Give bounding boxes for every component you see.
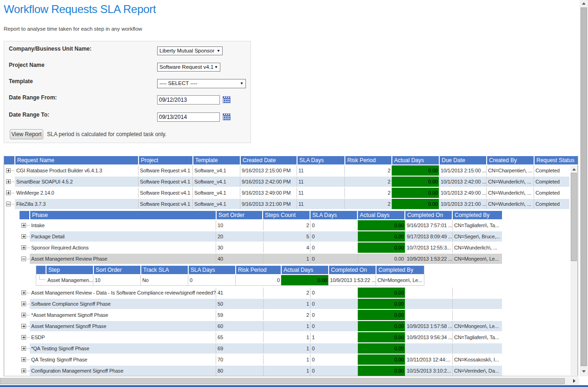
cell-phase: Configuration Management Signoff Phase	[30, 366, 216, 376]
cell-sort-order: 69	[216, 343, 263, 354]
cell-completed-by: CN=Mongeon\, Le...	[376, 275, 424, 285]
cell-completed-on: 9/17/2013 8:09:49 ...	[405, 231, 452, 242]
cell-actual-days: 0.00	[357, 310, 405, 320]
expand-icon[interactable]	[6, 190, 11, 195]
phase-row: *QA Testing Signoff Phase69100.00	[20, 343, 502, 354]
cell-completed-on	[405, 343, 452, 354]
expand-icon[interactable]	[21, 357, 26, 362]
company-dropdown[interactable]: Liberty Mutual Sponsor ▼	[157, 46, 223, 55]
scroll-up-icon[interactable]	[582, 2, 586, 5]
request-row: SmartBear SOAPUI 4.5.2Software Request v…	[4, 177, 569, 187]
expand-icon[interactable]	[21, 335, 26, 340]
scroll-right-icon[interactable]	[573, 379, 575, 383]
expand-icon[interactable]	[21, 290, 26, 295]
expand-icon[interactable]	[21, 302, 26, 306]
toggle-cell	[4, 188, 15, 198]
cell-template: Software_v4.1	[192, 199, 240, 209]
cell-steps-count: 1	[263, 254, 310, 264]
toggle-cell	[20, 220, 30, 230]
cell-phase: Intake	[30, 220, 216, 230]
calendar-icon[interactable]	[223, 113, 231, 120]
cell-sla-days: 0	[310, 220, 357, 230]
cell-sort-order: 20	[216, 231, 263, 242]
expand-icon[interactable]	[21, 223, 26, 228]
cell-request-name: FileZilla 3.7.3	[15, 199, 138, 209]
cell-sla-days: 0	[188, 275, 235, 285]
date-to-value: 09/13/2014	[159, 113, 187, 121]
date-from-value: 09/12/2013	[159, 96, 187, 104]
calendar-icon[interactable]	[223, 96, 231, 103]
cell-completed-by: CN=Seger\, Bruce,...	[452, 231, 502, 242]
cell-actual-days: 0.00	[357, 332, 405, 342]
page-vertical-scrollbar[interactable]	[580, 0, 588, 376]
cell-sort-order: 60	[216, 321, 263, 331]
collapse-icon[interactable]	[21, 256, 26, 261]
cell-steps-count: 1	[263, 354, 310, 365]
cell-created-date: 9/16/2013 2:49:00 PM	[240, 188, 297, 198]
expand-icon[interactable]	[21, 234, 26, 239]
column-header-actual-days: Actual Days	[282, 266, 328, 274]
cell-sort-order: 59	[216, 310, 263, 320]
date-from-input[interactable]: 09/12/2013	[157, 95, 220, 105]
cell-phase: Sponsor Required Actions	[30, 243, 216, 253]
expand-icon[interactable]	[6, 179, 11, 184]
expand-icon[interactable]	[21, 346, 26, 351]
view-report-button[interactable]: View Report	[10, 129, 43, 139]
cell-phase: Software Compliance Signoff Phase	[30, 299, 216, 309]
cell-phase: *QA Testing Signoff Phase	[30, 343, 216, 354]
cell-actual-days: 0.00	[357, 366, 405, 376]
cell-steps-count: 1	[263, 321, 310, 331]
horizontal-scrollbar[interactable]	[0, 377, 579, 385]
template-dropdown[interactable]: ---- SELECT ---- ▼	[157, 79, 246, 88]
cell-sla-days: 0	[310, 310, 357, 320]
toggle-cell	[20, 366, 30, 376]
toggle-cell	[20, 343, 30, 354]
cell-sla-days: 11	[297, 177, 344, 187]
collapse-icon[interactable]	[6, 202, 11, 206]
expand-icon[interactable]	[6, 168, 11, 173]
cell-steps-count: 2	[263, 288, 310, 298]
cell-created-by: CN=Wunderlich\, ...	[486, 188, 534, 198]
table-vertical-scrollbar-thumb[interactable]	[571, 173, 577, 261]
table-vertical-scrollbar[interactable]	[570, 165, 578, 375]
expand-icon[interactable]	[21, 313, 26, 317]
cell-completed-by: CN=Mongeon\, Le...	[452, 254, 502, 264]
scroll-up-icon[interactable]	[572, 168, 576, 171]
cell-risk-period: 2	[344, 199, 391, 209]
cell-completed-by: CN=Verrinder\, Da...	[452, 366, 502, 376]
column-header-created-date: Created Date	[241, 156, 297, 164]
expand-icon[interactable]	[21, 368, 26, 373]
column-header-template: Template	[193, 156, 240, 164]
cell-completed-on: 9/16/2013 7:57:01 ...	[405, 220, 452, 230]
toggle-cell	[20, 231, 30, 242]
cell-actual-days: 0.00	[391, 165, 439, 176]
column-header-completed-on: Completed On	[405, 211, 452, 219]
phase-row: Software Compliance Signoff Phase50100.0…	[20, 299, 502, 309]
cell-sla-days: 0	[310, 343, 357, 354]
scroll-down-icon[interactable]	[582, 370, 586, 373]
date-to-input[interactable]: 09/13/2014	[157, 112, 220, 122]
cell-sla-days: 0	[310, 366, 357, 376]
expand-icon[interactable]	[21, 245, 26, 250]
column-header-sla-days: SLA Days	[297, 156, 344, 164]
sla-note: SLA period is calculated for completed t…	[47, 131, 166, 138]
cell-completed-on: 10/9/2013 1:57:58 ...	[405, 321, 452, 331]
request-row: FileZilla 3.7.3Software Request v4.1Soft…	[4, 199, 569, 209]
horizontal-scrollbar-thumb[interactable]	[0, 378, 565, 384]
project-dropdown[interactable]: Software Request v4.1 ▼	[157, 63, 220, 72]
request-row: CGI Ratabase Product Builder v6.4.1.3Sof…	[4, 165, 569, 176]
column-header-phase: Phase	[30, 211, 216, 219]
cell-sla-days: 0	[310, 288, 357, 298]
toggle-cell	[20, 310, 30, 320]
toggle-cell	[36, 275, 46, 285]
column-header-completed-by: Completed By	[453, 211, 502, 219]
column-header-created-by: Created By	[487, 156, 534, 164]
cell-project: Software Request v4.1	[138, 188, 192, 198]
expand-icon[interactable]	[21, 324, 26, 328]
cell-phase: *Asset Management Signoff Phase	[30, 310, 216, 320]
page-vertical-scrollbar-thumb[interactable]	[581, 7, 587, 366]
column-header-sla-days: SLA Days	[189, 266, 235, 274]
column-header-due-date: Due Date	[440, 156, 486, 164]
cell-sla-days: 0	[310, 231, 357, 242]
column-header-sort-order: Sort Order	[94, 266, 140, 274]
